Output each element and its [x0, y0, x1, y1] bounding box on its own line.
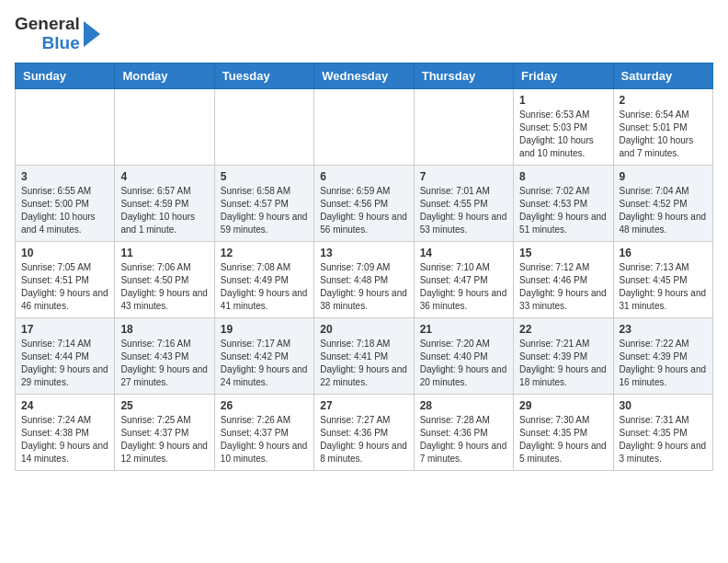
day-info: Sunrise: 7:05 AM Sunset: 4:51 PM Dayligh… — [21, 261, 108, 313]
calendar-week-row: 24Sunrise: 7:24 AM Sunset: 4:38 PM Dayli… — [16, 394, 713, 470]
day-info: Sunrise: 6:54 AM Sunset: 5:01 PM Dayligh… — [620, 109, 707, 160]
day-info: Sunrise: 7:26 AM Sunset: 4:37 PM Dayligh… — [221, 414, 308, 465]
logo-arrow-icon — [82, 17, 102, 51]
day-info: Sunrise: 6:55 AM Sunset: 5:00 PM Dayligh… — [21, 185, 108, 236]
day-number: 26 — [221, 399, 308, 412]
calendar-cell: 9Sunrise: 7:04 AM Sunset: 4:52 PM Daylig… — [613, 165, 712, 241]
day-of-week-header: Thursday — [414, 63, 513, 88]
calendar-cell: 22Sunrise: 7:21 AM Sunset: 4:39 PM Dayli… — [514, 317, 613, 394]
calendar-cell: 26Sunrise: 7:26 AM Sunset: 4:37 PM Dayli… — [214, 394, 313, 470]
day-number: 9 — [620, 170, 707, 183]
day-number: 28 — [420, 399, 507, 412]
calendar-cell: 13Sunrise: 7:09 AM Sunset: 4:48 PM Dayli… — [314, 241, 414, 317]
calendar-header: SundayMondayTuesdayWednesdayThursdayFrid… — [16, 63, 713, 88]
day-info: Sunrise: 7:06 AM Sunset: 4:50 PM Dayligh… — [120, 261, 208, 313]
day-number: 11 — [120, 247, 208, 259]
calendar-cell: 8Sunrise: 7:02 AM Sunset: 4:53 PM Daylig… — [514, 165, 613, 241]
day-number: 23 — [620, 323, 707, 336]
day-info: Sunrise: 7:20 AM Sunset: 4:40 PM Dayligh… — [420, 338, 507, 389]
calendar-cell: 6Sunrise: 6:59 AM Sunset: 4:56 PM Daylig… — [314, 165, 414, 241]
calendar-cell: 25Sunrise: 7:25 AM Sunset: 4:37 PM Dayli… — [115, 394, 214, 470]
day-info: Sunrise: 7:14 AM Sunset: 4:44 PM Dayligh… — [21, 338, 108, 389]
day-number: 17 — [21, 323, 108, 336]
day-number: 20 — [320, 323, 407, 336]
day-of-week-header: Tuesday — [214, 63, 313, 88]
calendar-cell: 5Sunrise: 6:58 AM Sunset: 4:57 PM Daylig… — [214, 165, 313, 241]
day-info: Sunrise: 6:59 AM Sunset: 4:56 PM Dayligh… — [320, 185, 407, 236]
page-header: General Blue — [15, 15, 713, 53]
day-info: Sunrise: 7:22 AM Sunset: 4:39 PM Dayligh… — [620, 338, 707, 389]
day-info: Sunrise: 7:18 AM Sunset: 4:41 PM Dayligh… — [320, 338, 407, 389]
day-info: Sunrise: 7:21 AM Sunset: 4:39 PM Dayligh… — [519, 338, 607, 389]
days-of-week-row: SundayMondayTuesdayWednesdayThursdayFrid… — [16, 63, 713, 88]
day-info: Sunrise: 7:24 AM Sunset: 4:38 PM Dayligh… — [21, 414, 108, 465]
day-info: Sunrise: 7:28 AM Sunset: 4:36 PM Dayligh… — [420, 414, 507, 465]
day-number: 16 — [620, 247, 707, 259]
day-number: 22 — [519, 323, 607, 336]
calendar-week-row: 10Sunrise: 7:05 AM Sunset: 4:51 PM Dayli… — [16, 241, 713, 317]
day-number: 29 — [519, 399, 607, 412]
calendar-cell: 15Sunrise: 7:12 AM Sunset: 4:46 PM Dayli… — [514, 241, 613, 317]
day-info: Sunrise: 7:31 AM Sunset: 4:35 PM Dayligh… — [620, 414, 707, 465]
calendar-cell: 11Sunrise: 7:06 AM Sunset: 4:50 PM Dayli… — [115, 241, 214, 317]
calendar-cell — [214, 88, 313, 165]
calendar-cell: 24Sunrise: 7:24 AM Sunset: 4:38 PM Dayli… — [16, 394, 115, 470]
day-info: Sunrise: 7:13 AM Sunset: 4:45 PM Dayligh… — [620, 261, 707, 313]
day-number: 30 — [620, 399, 707, 412]
day-number: 6 — [320, 170, 407, 183]
day-info: Sunrise: 7:08 AM Sunset: 4:49 PM Dayligh… — [221, 261, 308, 313]
calendar-cell: 23Sunrise: 7:22 AM Sunset: 4:39 PM Dayli… — [613, 317, 712, 394]
day-number: 24 — [21, 399, 108, 412]
calendar-week-row: 17Sunrise: 7:14 AM Sunset: 4:44 PM Dayli… — [16, 317, 713, 394]
calendar-cell: 10Sunrise: 7:05 AM Sunset: 4:51 PM Dayli… — [16, 241, 115, 317]
day-number: 8 — [519, 170, 607, 183]
calendar-body: 1Sunrise: 6:53 AM Sunset: 5:03 PM Daylig… — [16, 88, 713, 470]
calendar-cell — [414, 88, 513, 165]
calendar-cell: 7Sunrise: 7:01 AM Sunset: 4:55 PM Daylig… — [414, 165, 513, 241]
calendar-cell: 16Sunrise: 7:13 AM Sunset: 4:45 PM Dayli… — [613, 241, 712, 317]
logo-general: General — [15, 15, 80, 34]
day-number: 21 — [420, 323, 507, 336]
day-number: 3 — [21, 170, 108, 183]
day-number: 18 — [120, 323, 208, 336]
calendar-table: SundayMondayTuesdayWednesdayThursdayFrid… — [15, 63, 713, 471]
calendar-week-row: 3Sunrise: 6:55 AM Sunset: 5:00 PM Daylig… — [16, 165, 713, 241]
day-of-week-header: Monday — [115, 63, 214, 88]
day-number: 27 — [320, 399, 407, 412]
calendar-cell: 18Sunrise: 7:16 AM Sunset: 4:43 PM Dayli… — [115, 317, 214, 394]
day-number: 12 — [221, 247, 308, 259]
day-number: 19 — [221, 323, 308, 336]
logo-blue: Blue — [42, 34, 80, 53]
day-info: Sunrise: 7:16 AM Sunset: 4:43 PM Dayligh… — [120, 338, 208, 389]
day-number: 7 — [420, 170, 507, 183]
day-number: 13 — [320, 247, 407, 259]
day-of-week-header: Sunday — [16, 63, 115, 88]
day-info: Sunrise: 7:09 AM Sunset: 4:48 PM Dayligh… — [320, 261, 407, 313]
day-number: 5 — [221, 170, 308, 183]
calendar-cell: 12Sunrise: 7:08 AM Sunset: 4:49 PM Dayli… — [214, 241, 313, 317]
calendar-cell: 14Sunrise: 7:10 AM Sunset: 4:47 PM Dayli… — [414, 241, 513, 317]
calendar-cell — [314, 88, 414, 165]
day-number: 2 — [620, 94, 707, 107]
calendar-cell: 17Sunrise: 7:14 AM Sunset: 4:44 PM Dayli… — [16, 317, 115, 394]
day-info: Sunrise: 7:12 AM Sunset: 4:46 PM Dayligh… — [519, 261, 607, 313]
calendar-cell: 28Sunrise: 7:28 AM Sunset: 4:36 PM Dayli… — [414, 394, 513, 470]
day-of-week-header: Saturday — [613, 63, 712, 88]
day-info: Sunrise: 7:27 AM Sunset: 4:36 PM Dayligh… — [320, 414, 407, 465]
day-info: Sunrise: 7:25 AM Sunset: 4:37 PM Dayligh… — [120, 414, 208, 465]
svg-marker-0 — [84, 21, 100, 47]
day-number: 25 — [120, 399, 208, 412]
day-info: Sunrise: 6:58 AM Sunset: 4:57 PM Dayligh… — [221, 185, 308, 236]
calendar-cell: 19Sunrise: 7:17 AM Sunset: 4:42 PM Dayli… — [214, 317, 313, 394]
calendar-week-row: 1Sunrise: 6:53 AM Sunset: 5:03 PM Daylig… — [16, 88, 713, 165]
day-number: 15 — [519, 247, 607, 259]
logo: General Blue — [15, 15, 102, 53]
day-info: Sunrise: 7:30 AM Sunset: 4:35 PM Dayligh… — [519, 414, 607, 465]
day-info: Sunrise: 6:53 AM Sunset: 5:03 PM Dayligh… — [519, 109, 607, 160]
calendar-cell: 30Sunrise: 7:31 AM Sunset: 4:35 PM Dayli… — [613, 394, 712, 470]
logo-text: General Blue — [15, 15, 102, 53]
calendar-cell: 2Sunrise: 6:54 AM Sunset: 5:01 PM Daylig… — [613, 88, 712, 165]
day-info: Sunrise: 7:02 AM Sunset: 4:53 PM Dayligh… — [519, 185, 607, 236]
day-number: 10 — [21, 247, 108, 259]
day-of-week-header: Wednesday — [314, 63, 414, 88]
